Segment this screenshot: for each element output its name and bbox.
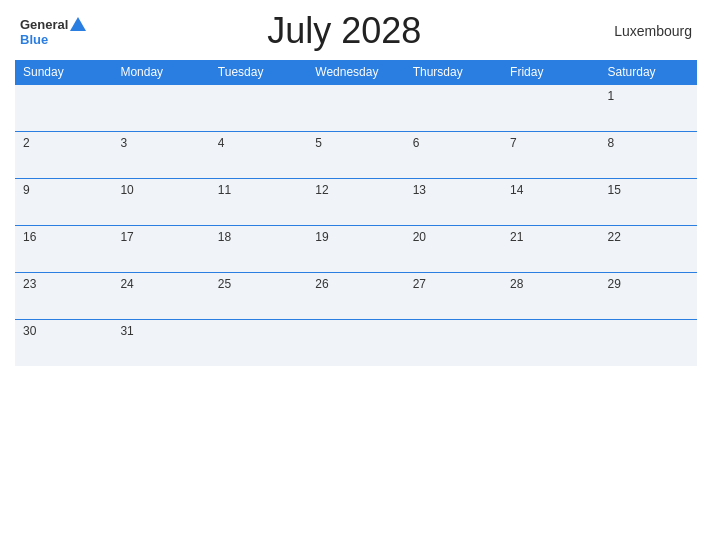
calendar-thead: Sunday Monday Tuesday Wednesday Thursday… [15, 60, 697, 85]
table-row: 9101112131415 [15, 179, 697, 226]
day-num: 16 [23, 230, 36, 244]
logo-triangle-icon [70, 17, 86, 31]
col-friday: Friday [502, 60, 599, 85]
calendar-header: General Blue July 2028 Luxembourg [15, 10, 697, 52]
table-row: 3031 [15, 320, 697, 367]
day-num: 31 [120, 324, 133, 338]
table-cell: 28 [502, 273, 599, 320]
day-num: 18 [218, 230, 231, 244]
table-row: 16171819202122 [15, 226, 697, 273]
table-cell: 31 [112, 320, 209, 367]
day-num: 5 [315, 136, 322, 150]
table-cell [600, 320, 697, 367]
day-num: 25 [218, 277, 231, 291]
day-num: 6 [413, 136, 420, 150]
table-row: 1 [15, 85, 697, 132]
day-num: 20 [413, 230, 426, 244]
table-cell: 29 [600, 273, 697, 320]
day-num: 13 [413, 183, 426, 197]
days-header-row: Sunday Monday Tuesday Wednesday Thursday… [15, 60, 697, 85]
day-num: 17 [120, 230, 133, 244]
table-cell: 26 [307, 273, 404, 320]
table-cell: 15 [600, 179, 697, 226]
day-num: 14 [510, 183, 523, 197]
table-cell: 13 [405, 179, 502, 226]
col-tuesday: Tuesday [210, 60, 307, 85]
day-num: 2 [23, 136, 30, 150]
table-cell [307, 85, 404, 132]
table-cell [112, 85, 209, 132]
logo-blue-text: Blue [20, 33, 48, 46]
table-cell: 22 [600, 226, 697, 273]
day-num: 19 [315, 230, 328, 244]
table-cell [307, 320, 404, 367]
table-cell: 20 [405, 226, 502, 273]
table-cell [210, 320, 307, 367]
day-num: 7 [510, 136, 517, 150]
table-cell: 21 [502, 226, 599, 273]
day-num: 9 [23, 183, 30, 197]
table-cell: 16 [15, 226, 112, 273]
table-cell: 30 [15, 320, 112, 367]
day-num: 21 [510, 230, 523, 244]
table-cell: 5 [307, 132, 404, 179]
table-cell: 19 [307, 226, 404, 273]
day-num: 15 [608, 183, 621, 197]
table-cell: 8 [600, 132, 697, 179]
day-num: 26 [315, 277, 328, 291]
day-num: 23 [23, 277, 36, 291]
table-cell: 2 [15, 132, 112, 179]
table-cell [502, 320, 599, 367]
month-title: July 2028 [86, 10, 602, 52]
table-row: 23242526272829 [15, 273, 697, 320]
table-cell: 11 [210, 179, 307, 226]
table-row: 2345678 [15, 132, 697, 179]
day-num: 4 [218, 136, 225, 150]
table-cell [210, 85, 307, 132]
day-num: 12 [315, 183, 328, 197]
table-cell [15, 85, 112, 132]
logo: General Blue [20, 17, 86, 46]
table-cell [405, 320, 502, 367]
country-label: Luxembourg [602, 23, 692, 39]
logo-top-row: General [20, 17, 86, 33]
day-num: 8 [608, 136, 615, 150]
table-cell: 25 [210, 273, 307, 320]
day-num: 29 [608, 277, 621, 291]
table-cell [502, 85, 599, 132]
table-cell: 17 [112, 226, 209, 273]
table-cell [405, 85, 502, 132]
day-num: 10 [120, 183, 133, 197]
col-sunday: Sunday [15, 60, 112, 85]
logo-block: General Blue [20, 17, 86, 46]
table-cell: 7 [502, 132, 599, 179]
day-num: 1 [608, 89, 615, 103]
day-num: 24 [120, 277, 133, 291]
table-cell: 27 [405, 273, 502, 320]
col-wednesday: Wednesday [307, 60, 404, 85]
table-cell: 9 [15, 179, 112, 226]
table-cell: 23 [15, 273, 112, 320]
day-num: 28 [510, 277, 523, 291]
table-cell: 24 [112, 273, 209, 320]
table-cell: 14 [502, 179, 599, 226]
day-num: 3 [120, 136, 127, 150]
table-cell: 1 [600, 85, 697, 132]
day-num: 22 [608, 230, 621, 244]
calendar-tbody: 1234567891011121314151617181920212223242… [15, 85, 697, 367]
day-num: 11 [218, 183, 231, 197]
table-cell: 18 [210, 226, 307, 273]
col-saturday: Saturday [600, 60, 697, 85]
calendar-table: Sunday Monday Tuesday Wednesday Thursday… [15, 60, 697, 366]
col-thursday: Thursday [405, 60, 502, 85]
table-cell: 6 [405, 132, 502, 179]
day-num: 30 [23, 324, 36, 338]
table-cell: 12 [307, 179, 404, 226]
table-cell: 3 [112, 132, 209, 179]
table-cell: 4 [210, 132, 307, 179]
table-cell: 10 [112, 179, 209, 226]
day-num: 27 [413, 277, 426, 291]
col-monday: Monday [112, 60, 209, 85]
calendar-container: General Blue July 2028 Luxembourg Sunday… [0, 0, 712, 550]
logo-general-text: General [20, 18, 68, 31]
